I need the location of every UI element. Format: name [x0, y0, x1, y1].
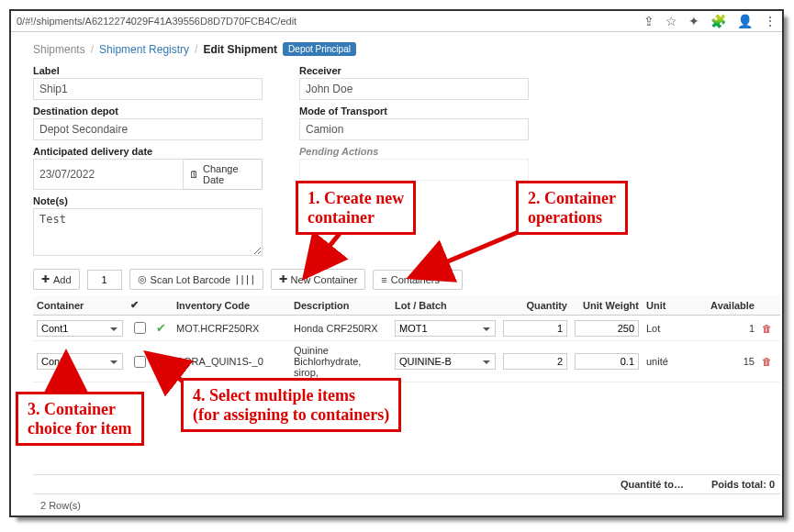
- col-code: Inventory Code: [173, 295, 290, 316]
- plus-icon: ✚: [41, 273, 50, 285]
- label-dest: Destination depot: [33, 105, 263, 116]
- totals-row: Quantité to… Poids total: 0: [33, 474, 780, 494]
- row-avail: 15: [696, 341, 758, 382]
- calendar-icon: 🗓: [189, 169, 199, 180]
- row-desc: Honda CRF250RX: [290, 316, 391, 341]
- pending-box: [299, 159, 529, 181]
- plus-icon: ✚: [279, 273, 287, 285]
- input-dest[interactable]: [33, 118, 263, 140]
- input-adate[interactable]: [33, 159, 184, 190]
- crumb-current: Edit Shipment: [203, 43, 277, 56]
- scan-label: Scan Lot Barcode: [151, 274, 230, 285]
- label-mode: Mode of Transport: [299, 105, 529, 116]
- row-qty-input[interactable]: [503, 353, 567, 370]
- row-container-select[interactable]: [37, 353, 123, 370]
- containers-dropdown[interactable]: ≡ Containers: [373, 270, 463, 290]
- row-uw-input[interactable]: [575, 320, 639, 337]
- row-lot-select[interactable]: [395, 320, 496, 337]
- trash-icon[interactable]: 🗑: [762, 356, 772, 367]
- row-uw-input[interactable]: [575, 353, 639, 370]
- row-desc: Quinine Bichlorhydrate, sirop,: [290, 341, 391, 382]
- field-mode: Mode of Transport: [299, 105, 529, 140]
- table-spacer: [33, 382, 780, 474]
- col-delete-icon: [758, 295, 780, 316]
- label-label: Label: [33, 65, 263, 76]
- col-uw: Unit Weight: [571, 295, 643, 316]
- kebab-icon[interactable]: ⋮: [764, 14, 777, 28]
- containers-label: Containers: [391, 274, 440, 285]
- col-avail: Available: [696, 295, 758, 316]
- row-qty-input[interactable]: [503, 320, 567, 337]
- table-row: ✔ DORA_QUIN1S-_0 Quinine Bichlorhydrate,…: [33, 341, 780, 382]
- star-icon[interactable]: ☆: [665, 14, 677, 28]
- row-checkbox[interactable]: [134, 356, 146, 368]
- change-date-button[interactable]: 🗓 Change Date: [184, 159, 263, 190]
- url-bar: 0/#!/shipments/A6212274029F41A39556D8D7D…: [11, 11, 782, 32]
- col-unit: Unit: [643, 295, 696, 316]
- row-lot-select[interactable]: [395, 353, 496, 370]
- field-label: Label: [33, 65, 263, 100]
- total-weight-label: Poids total: 0: [711, 479, 775, 490]
- items-table: Container ✔ Inventory Code Description L…: [33, 295, 780, 382]
- row-container-select[interactable]: [37, 320, 123, 337]
- crumb-shipments[interactable]: Shipments: [33, 43, 85, 56]
- field-adate: Anticipated delivery date 🗓 Change Date: [33, 146, 263, 190]
- label-adate: Anticipated delivery date: [33, 146, 263, 157]
- breadcrumb: Shipments / Shipment Registry / Edit Shi…: [33, 33, 780, 61]
- total-qty-label: Quantité to…: [621, 479, 684, 490]
- col-status-icon: [152, 295, 173, 316]
- row-checkbox[interactable]: [134, 322, 146, 334]
- extension-icon[interactable]: ✦: [688, 14, 699, 28]
- field-receiver: Receiver: [299, 65, 529, 100]
- new-container-label: New Container: [291, 274, 358, 285]
- col-checkbox: ✔: [127, 295, 152, 316]
- crumb-registry[interactable]: Shipment Registry: [99, 43, 189, 56]
- col-lot: Lot / Batch: [391, 295, 499, 316]
- label-notes: Note(s): [33, 195, 263, 206]
- input-mode[interactable]: [299, 118, 529, 140]
- input-label[interactable]: [33, 78, 263, 100]
- col-desc: Description: [290, 295, 391, 316]
- list-icon: ≡: [381, 274, 386, 285]
- field-pending: Pending Actions: [299, 146, 529, 190]
- avatar-icon[interactable]: 👤: [737, 14, 753, 28]
- row-unit: unité: [643, 341, 696, 382]
- barcode-icon: ||||: [234, 273, 255, 285]
- row-count: 2 Row(s): [33, 494, 780, 516]
- input-notes[interactable]: Test: [33, 208, 263, 256]
- row-code: MOT.HCRF250RX: [173, 316, 290, 341]
- change-date-label: Change Date: [203, 163, 256, 185]
- scan-barcode-button[interactable]: ◎ Scan Lot Barcode ||||: [129, 269, 263, 290]
- new-container-button[interactable]: ✚ New Container: [271, 269, 366, 290]
- label-pending: Pending Actions: [299, 146, 529, 157]
- page-url: 0/#!/shipments/A6212274029F41A39556D8D7D…: [17, 16, 643, 27]
- col-container: Container: [33, 295, 127, 316]
- add-button[interactable]: ✚ Add: [33, 269, 80, 290]
- target-icon: ◎: [138, 273, 147, 285]
- trash-icon[interactable]: 🗑: [762, 323, 772, 334]
- input-receiver[interactable]: [299, 78, 529, 100]
- check-circle-icon: ✔: [156, 321, 166, 335]
- check-circle-icon: ✔: [156, 355, 166, 369]
- table-row: ✔ MOT.HCRF250RX Honda CRF250RX Lot 1 🗑: [33, 316, 780, 341]
- browser-toolbar-icons: ⇪ ☆ ✦ 🧩 👤 ⋮: [643, 14, 777, 28]
- share-icon[interactable]: ⇪: [643, 14, 654, 28]
- row-unit: Lot: [643, 316, 696, 341]
- add-label: Add: [53, 274, 72, 285]
- add-qty-input[interactable]: [87, 270, 122, 290]
- depot-badge: Depot Principal: [283, 42, 356, 56]
- form-actions: Ready to ship 🚚 Clear Save 🖫: [33, 516, 780, 517]
- field-dest: Destination depot: [33, 105, 263, 140]
- window-frame: 0/#!/shipments/A6212274029F41A39556D8D7D…: [9, 9, 784, 517]
- items-toolbar: ✚ Add ◎ Scan Lot Barcode |||| ✚ New Cont…: [33, 269, 780, 290]
- row-avail: 1: [696, 316, 758, 341]
- shipment-form: Label Receiver Destination depot Mode of…: [33, 65, 780, 256]
- field-notes: Note(s) Test: [33, 195, 263, 256]
- label-receiver: Receiver: [299, 65, 529, 76]
- row-code: DORA_QUIN1S-_0: [173, 341, 290, 382]
- col-qty: Quantity: [499, 295, 571, 316]
- puzzle-icon[interactable]: 🧩: [710, 14, 726, 28]
